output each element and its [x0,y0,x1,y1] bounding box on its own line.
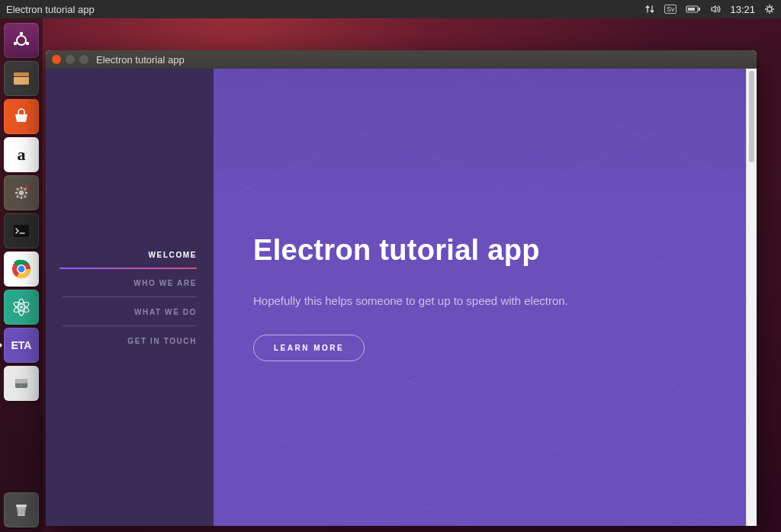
dash-icon[interactable] [4,23,39,58]
window-minimize-button[interactable] [66,55,75,64]
svg-point-23 [21,385,22,386]
topbar-app-title: Electron tutorial app [6,4,95,15]
atom-icon[interactable] [4,290,39,325]
nav-welcome[interactable]: WELCOME [63,240,197,268]
terminal-icon[interactable] [4,213,39,248]
eta-app-icon[interactable]: ETA [4,328,39,363]
svg-point-4 [17,36,26,45]
desktop-background: Electron tutorial app Sv 13:21 [0,0,781,532]
disks-icon[interactable] [4,366,39,401]
svg-point-3 [767,7,772,11]
network-icon[interactable] [644,4,655,14]
files-icon[interactable] [4,61,39,96]
content-heading: Electron tutorial app [253,234,706,267]
system-indicators: Sv 13:21 [644,4,775,15]
app-content: Electron tutorial app Hopefully this hel… [214,69,746,526]
amazon-glyph: a [18,145,26,165]
clock[interactable]: 13:21 [730,4,755,15]
content-subtext: Hopefully this helps someone to get up t… [253,294,706,307]
settings-icon[interactable] [4,175,39,210]
battery-icon[interactable] [686,5,701,14]
svg-rect-2 [688,8,695,11]
amazon-icon[interactable]: a [4,137,39,172]
keyboard-layout-indicator[interactable]: Sv [664,5,677,14]
chrome-icon[interactable] [4,252,39,287]
svg-rect-1 [699,8,700,11]
learn-more-button[interactable]: LEARN MORE [253,335,365,361]
window-close-button[interactable] [52,55,61,64]
electron-app-window: Electron tutorial app WELCOME WHO WE ARE… [46,50,757,526]
trash-icon[interactable] [4,492,39,527]
svg-point-20 [20,306,23,309]
unity-launcher: a ETA [0,18,43,532]
volume-icon[interactable] [710,4,721,14]
svg-point-11 [19,191,24,195]
top-menu-bar: Electron tutorial app Sv 13:21 [0,0,781,18]
software-store-icon[interactable] [4,99,39,134]
nav-who-we-are[interactable]: WHO WE ARE [63,268,197,297]
power-cog-icon[interactable] [764,4,775,14]
svg-rect-13 [14,225,29,237]
nav-get-in-touch[interactable]: GET IN TOUCH [63,326,197,354]
window-titlebar[interactable]: Electron tutorial app [46,50,757,69]
svg-point-5 [20,32,23,35]
svg-point-7 [14,42,17,45]
svg-rect-22 [15,379,27,383]
app-sidebar: WELCOME WHO WE ARE WHAT WE DO GET IN TOU… [46,69,214,526]
svg-rect-9 [14,77,29,85]
window-maximize-button[interactable] [79,55,88,64]
svg-rect-8 [14,72,29,76]
nav-what-we-do[interactable]: WHAT WE DO [63,297,197,326]
eta-label: ETA [11,339,32,351]
vertical-scrollbar[interactable] [746,69,757,526]
svg-point-6 [26,42,29,45]
svg-rect-24 [16,505,27,507]
window-title: Electron tutorial app [96,54,185,66]
